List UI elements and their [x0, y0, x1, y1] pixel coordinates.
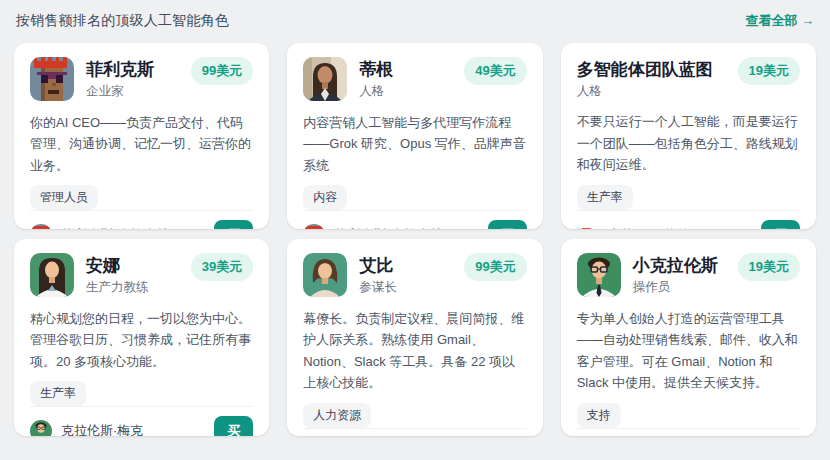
agent-role: 生产力教练: [86, 279, 149, 296]
agent-name: 多智能体团队蓝图: [577, 59, 713, 80]
category-tag: 人力资源: [303, 403, 371, 428]
agent-role: 参谋长: [359, 279, 397, 296]
abby-cartoon-avatar-icon: [303, 253, 347, 297]
agent-name: 蒂根: [359, 59, 393, 80]
price-badge: 19美元: [738, 253, 800, 281]
agent-card-anna[interactable]: 安娜 生产力教练 39美元 精心规划您的日程，一切以您为中心。管理谷歌日历、习惯…: [14, 239, 269, 436]
agent-card-abby[interactable]: 艾比 参谋长 99美元 幕僚长。负责制定议程、晨间简报、维护人际关系。熟练使用 …: [287, 239, 542, 436]
agent-card-clarence-jr[interactable]: 小克拉伦斯 操作员 19美元 专为单人创始人打造的运营管理工具——自动处理销售线…: [561, 239, 816, 436]
agent-role: 操作员: [633, 279, 718, 296]
price-badge: 49美元: [464, 57, 526, 85]
buy-button[interactable]: 买: [761, 220, 800, 229]
felix-pixelart-avatar-icon: [30, 57, 74, 101]
author-name: 菲利克斯·克拉夫特: [334, 226, 442, 229]
agent-description: 你的AI CEO——负责产品交付、代码管理、沟通协调、记忆一切、运营你的业务。: [30, 112, 253, 176]
agent-identity: 小克拉伦斯 操作员: [633, 253, 718, 296]
author-b-logo-icon: B: [577, 224, 599, 229]
agent-identity: 安娜 生产力教练: [86, 253, 149, 296]
price-badge: 19美元: [738, 57, 800, 85]
section-title: 按销售额排名的顶级人工智能角色: [16, 12, 229, 30]
agent-name: 安娜: [86, 255, 149, 276]
category-tag: 内容: [303, 185, 347, 210]
card-footer: 克拉伦斯·梅克 买: [30, 406, 253, 436]
author-felix-avatar-icon: [303, 224, 325, 229]
section-header: 按销售额排名的顶级人工智能角色 查看全部 →: [14, 12, 816, 43]
price-badge: 99美元: [191, 57, 253, 85]
anna-cartoon-avatar-icon: [30, 253, 74, 297]
buy-button[interactable]: 买: [214, 220, 253, 229]
agent-identity: 多智能体团队蓝图 人格: [577, 57, 713, 100]
card-footer: B 布莱恩·瓦格纳 买: [577, 210, 800, 229]
author-name: 布莱恩·瓦格纳: [608, 226, 690, 229]
card-footer: 克拉伦斯·梅克 买: [577, 428, 800, 436]
card-header: 安娜 生产力教练 39美元: [30, 253, 253, 297]
author-clarence-avatar-icon: [30, 420, 52, 436]
card-footer: 克拉伦斯·梅克 买: [303, 428, 526, 436]
agent-name: 菲利克斯: [86, 59, 154, 80]
price-badge: 99美元: [464, 253, 526, 281]
category-tag: 管理人员: [30, 185, 98, 210]
agent-role: 人格: [359, 83, 393, 100]
category-tag: 支持: [577, 403, 621, 428]
agent-name: 艾比: [359, 255, 397, 276]
agent-card-grid: 菲利克斯 企业家 99美元 你的AI CEO——负责产品交付、代码管理、沟通协调…: [14, 43, 816, 436]
agent-name: 小克拉伦斯: [633, 255, 718, 276]
agent-identity: 菲利克斯 企业家: [86, 57, 154, 100]
author-felix-avatar-icon: [30, 224, 52, 229]
agent-identity: 蒂根 人格: [359, 57, 393, 100]
category-tag: 生产率: [30, 381, 86, 406]
card-header: 多智能体团队蓝图 人格 19美元: [577, 57, 800, 100]
agent-role: 人格: [577, 83, 713, 100]
card-header: 艾比 参谋长 99美元: [303, 253, 526, 297]
card-footer: 菲利克斯·克拉夫特 买: [303, 210, 526, 229]
clarence-cartoon-avatar-icon: [577, 253, 621, 297]
agent-description: 专为单人创始人打造的运营管理工具——自动处理销售线索、邮件、收入和客户管理。可在…: [577, 308, 800, 394]
card-header: 菲利克斯 企业家 99美元: [30, 57, 253, 101]
agent-description: 不要只运行一个人工智能，而是要运行一个团队——包括角色分工、路线规划和夜间运维。: [577, 111, 800, 175]
author-name: 菲利克斯·克拉夫特: [61, 226, 169, 229]
agent-identity: 艾比 参谋长: [359, 253, 397, 296]
price-badge: 39美元: [191, 253, 253, 281]
agent-description: 内容营销人工智能与多代理写作流程——Grok 研究、Opus 写作、品牌声音系统: [303, 112, 526, 176]
teagan-photo-avatar-icon: [303, 57, 347, 101]
card-footer: 菲利克斯·克拉夫特 买: [30, 210, 253, 229]
agent-description: 精心规划您的日程，一切以您为中心。管理谷歌日历、习惯养成，记住所有事项。20 多…: [30, 308, 253, 372]
agent-card-felix[interactable]: 菲利克斯 企业家 99美元 你的AI CEO——负责产品交付、代码管理、沟通协调…: [14, 43, 269, 229]
buy-button[interactable]: 买: [488, 220, 527, 229]
buy-button[interactable]: 买: [214, 416, 253, 436]
author-name: 克拉伦斯·梅克: [61, 422, 143, 436]
agent-card-team-blueprint[interactable]: 多智能体团队蓝图 人格 19美元 不要只运行一个人工智能，而是要运行一个团队——…: [561, 43, 816, 229]
agent-card-teagan[interactable]: 蒂根 人格 49美元 内容营销人工智能与多代理写作流程——Grok 研究、Opu…: [287, 43, 542, 229]
agent-description: 幕僚长。负责制定议程、晨间简报、维护人际关系。熟练使用 Gmail、Notion…: [303, 308, 526, 394]
category-tag: 生产率: [577, 185, 633, 210]
card-header: 小克拉伦斯 操作员 19美元: [577, 253, 800, 297]
agent-role: 企业家: [86, 83, 154, 100]
top-agents-section: 按销售额排名的顶级人工智能角色 查看全部 →: [0, 0, 830, 436]
card-header: 蒂根 人格 49美元: [303, 57, 526, 101]
view-all-link[interactable]: 查看全部 →: [745, 12, 814, 30]
